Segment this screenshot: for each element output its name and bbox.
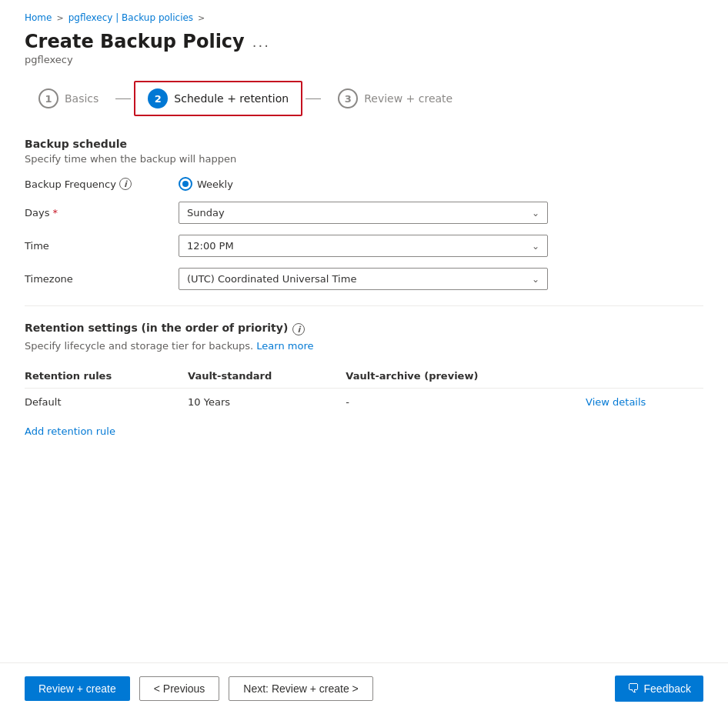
retention-table-body: Default 10 Years - View details <box>25 389 703 416</box>
page-menu-button[interactable]: ... <box>252 34 270 50</box>
time-row: Time 12:00 PM ⌄ <box>25 235 703 257</box>
retention-table-header: Retention rules Vault-standard Vault-arc… <box>25 364 703 389</box>
frequency-info-icon[interactable]: i <box>119 178 132 190</box>
col-header-rules: Retention rules <box>25 364 188 389</box>
step-label-basics: Basics <box>65 92 99 105</box>
time-selected-value: 12:00 PM <box>187 240 234 252</box>
timezone-label: Timezone <box>25 273 179 285</box>
frequency-label: Backup Frequency i <box>25 178 179 190</box>
feedback-label: Feedback <box>644 682 691 695</box>
footer: Review + create < Previous Next: Review … <box>0 662 728 714</box>
step-separator-1 <box>115 98 131 99</box>
timezone-dropdown[interactable]: (UTC) Coordinated Universal Time ⌄ <box>179 268 548 290</box>
row-rule-name: Default <box>25 389 188 416</box>
breadcrumb-sep1: > <box>56 13 63 23</box>
time-label: Time <box>25 240 179 252</box>
breadcrumb-home[interactable]: Home <box>25 12 52 23</box>
days-chevron-icon: ⌄ <box>532 208 539 219</box>
step-separator-2 <box>306 98 321 99</box>
timezone-row: Timezone (UTC) Coordinated Universal Tim… <box>25 268 703 290</box>
days-dropdown[interactable]: Sunday ⌄ <box>179 202 548 224</box>
review-create-button[interactable]: Review + create <box>25 676 130 701</box>
step-circle-3: 3 <box>338 88 358 108</box>
page-subtitle: pgflexecy <box>25 54 703 65</box>
retention-section-desc: Specify lifecycle and storage tier for b… <box>25 340 703 352</box>
step-number-1: 1 <box>45 93 52 105</box>
breadcrumb-policies[interactable]: pgflexecy | Backup policies <box>68 12 193 23</box>
time-chevron-icon: ⌄ <box>532 241 539 252</box>
feedback-button[interactable]: 🗨 Feedback <box>615 676 703 702</box>
retention-info-icon[interactable]: i <box>292 323 305 335</box>
retention-title-row: Retention settings (in the order of prio… <box>25 322 703 337</box>
col-header-vault-archive: Vault-archive (preview) <box>346 364 586 389</box>
frequency-weekly-option[interactable]: Weekly <box>179 177 233 191</box>
step-label-schedule: Schedule + retention <box>174 92 289 105</box>
days-required-marker: * <box>52 207 58 219</box>
days-label: Days * <box>25 207 179 219</box>
frequency-weekly-label: Weekly <box>197 178 233 190</box>
retention-table-header-row: Retention rules Vault-standard Vault-arc… <box>25 364 703 389</box>
wizard-step-review[interactable]: 3 Review + create <box>324 81 466 116</box>
page-title: Create Backup Policy <box>25 31 245 52</box>
table-row: Default 10 Years - View details <box>25 389 703 416</box>
col-header-vault-standard: Vault-standard <box>188 364 346 389</box>
breadcrumb: Home > pgflexecy | Backup policies > <box>25 12 703 23</box>
step-circle-2: 2 <box>148 88 168 108</box>
time-dropdown[interactable]: 12:00 PM ⌄ <box>179 235 548 257</box>
timezone-selected-value: (UTC) Coordinated Universal Time <box>187 273 356 285</box>
backup-schedule-desc: Specify time when the backup will happen <box>25 153 703 165</box>
breadcrumb-sep2: > <box>198 13 205 23</box>
wizard-steps: 1 Basics 2 Schedule + retention 3 Review… <box>25 81 703 116</box>
step-number-3: 3 <box>345 93 352 105</box>
section-divider <box>25 305 703 306</box>
step-circle-1: 1 <box>38 88 58 108</box>
learn-more-link[interactable]: Learn more <box>256 340 313 352</box>
days-selected-value: Sunday <box>187 207 225 219</box>
view-details-link[interactable]: View details <box>586 396 646 408</box>
frequency-radio-inner <box>182 181 189 187</box>
feedback-icon: 🗨 <box>627 682 640 696</box>
retention-section-title: Retention settings (in the order of prio… <box>25 322 288 334</box>
wizard-step-schedule[interactable]: 2 Schedule + retention <box>134 81 302 116</box>
frequency-row: Backup Frequency i Weekly <box>25 177 703 191</box>
next-button[interactable]: Next: Review + create > <box>229 676 372 701</box>
retention-table: Retention rules Vault-standard Vault-arc… <box>25 364 703 415</box>
time-dropdown-container: 12:00 PM ⌄ <box>179 235 548 257</box>
row-action-cell: View details <box>586 389 703 416</box>
row-vault-standard: 10 Years <box>188 389 346 416</box>
wizard-step-basics[interactable]: 1 Basics <box>25 81 112 116</box>
frequency-radio-dot <box>179 177 192 191</box>
page-title-row: Create Backup Policy ... <box>25 31 703 52</box>
frequency-radio-group: Weekly <box>179 177 548 191</box>
step-label-review: Review + create <box>364 92 452 105</box>
previous-button[interactable]: < Previous <box>139 676 220 701</box>
backup-schedule-title: Backup schedule <box>25 138 703 150</box>
days-row: Days * Sunday ⌄ <box>25 202 703 224</box>
row-vault-archive: - <box>346 389 586 416</box>
add-retention-rule-link[interactable]: Add retention rule <box>25 425 115 437</box>
days-dropdown-container: Sunday ⌄ <box>179 202 548 224</box>
col-header-action <box>586 364 703 389</box>
timezone-chevron-icon: ⌄ <box>532 274 539 285</box>
timezone-dropdown-container: (UTC) Coordinated Universal Time ⌄ <box>179 268 548 290</box>
step-number-2: 2 <box>155 93 162 105</box>
